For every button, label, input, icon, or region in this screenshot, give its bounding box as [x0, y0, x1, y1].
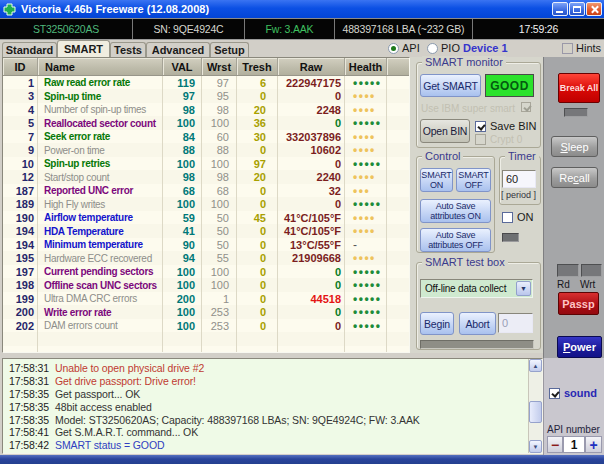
- header-val[interactable]: VAL: [163, 58, 202, 75]
- hints-checkbox[interactable]: [562, 43, 573, 54]
- api-radio[interactable]: [388, 43, 399, 54]
- log-message: Get S.M.A.R.T. command... OK: [47, 426, 198, 438]
- table-row[interactable]: 12 Start/stop count 98 98 20 2240 ••••: [3, 171, 409, 185]
- health-dots: ••••: [345, 89, 387, 103]
- crypt-checkbox[interactable]: [475, 134, 486, 145]
- title-bar: Victoria 4.46b Freeware (12.08.2008): [0, 0, 604, 18]
- header-wrst[interactable]: Wrst: [202, 58, 237, 75]
- sound-checkbox[interactable]: [549, 388, 560, 399]
- health-dots: ••••: [345, 130, 387, 144]
- table-row[interactable]: 10 Spin-up retries 100 100 97 0 •••••: [3, 157, 409, 171]
- scroll-up-icon[interactable]: ▲: [529, 359, 542, 372]
- timer-input[interactable]: 60: [502, 170, 536, 188]
- table-row[interactable]: 200 Write error rate 100 253 0 0 •••••: [3, 306, 409, 320]
- grid-line: [201, 76, 202, 352]
- ibm-smart-label: Use IBM super smart: [421, 103, 515, 114]
- table-row[interactable]: 7 Seek error rate 84 60 30 332037896 •••…: [3, 130, 409, 144]
- log-message: SMART status = GOOD: [47, 439, 164, 451]
- header-tresh[interactable]: Tresh: [237, 58, 278, 75]
- tab-setup[interactable]: Setup: [210, 42, 249, 57]
- table-row[interactable]: 194 HDA Temperature 41 50 0 41°C/105°F •…: [3, 225, 409, 239]
- minimize-icon: [556, 11, 563, 13]
- table-header: ID Name VAL Wrst Tresh Raw Health: [3, 58, 409, 76]
- health-dots: •••••: [345, 197, 387, 211]
- health-dots: ••••: [345, 170, 387, 184]
- table-row[interactable]: 187 Reported UNC error 68 68 0 32 •••: [3, 184, 409, 198]
- smart-off-button[interactable]: SMART OFF: [456, 168, 491, 192]
- log-line: 17:58:31 Unable to open physical drive #…: [3, 362, 542, 375]
- ibm-smart-checkbox[interactable]: [521, 102, 531, 112]
- begin-button[interactable]: Begin: [420, 312, 454, 335]
- test-counter-field[interactable]: 0: [498, 313, 533, 333]
- recall-button[interactable]: Recall: [551, 167, 598, 188]
- chevron-down-icon[interactable]: ▼: [516, 281, 531, 296]
- get-smart-button[interactable]: Get SMART: [420, 74, 481, 97]
- pio-radio[interactable]: [427, 43, 438, 54]
- save-bin-checkbox[interactable]: [475, 121, 486, 132]
- table-row[interactable]: 198 Offline scan UNC sectors 100 100 0 0…: [3, 279, 409, 293]
- timer-period-label: [ period ]: [501, 190, 536, 200]
- maximize-button[interactable]: [569, 2, 585, 16]
- tab-tests[interactable]: Tests: [110, 42, 146, 57]
- table-row[interactable]: 194 Minimum temperature 90 50 0 13°C/55°…: [3, 238, 409, 252]
- header-name[interactable]: Name: [38, 58, 163, 75]
- header-health[interactable]: Health: [345, 58, 387, 75]
- log-message: Get passport... OK: [47, 388, 140, 400]
- crypt-label: Crypt 0: [490, 134, 522, 145]
- timer-indicator: [502, 233, 519, 242]
- smart-on-button[interactable]: SMART ON: [420, 168, 453, 192]
- health-dots: •••••: [345, 319, 387, 333]
- sleep-button[interactable]: Sleep: [551, 136, 598, 157]
- grid-line: [37, 76, 38, 352]
- table-body: 1 Raw read error rate 119 97 6 222947175…: [3, 76, 409, 352]
- table-row[interactable]: 5 Reallocated sector count 100 100 36 0 …: [3, 117, 409, 131]
- grid-line: [162, 76, 163, 352]
- test-select-value: Off-line data collect: [421, 283, 516, 294]
- timer-on-checkbox[interactable]: [502, 212, 513, 223]
- health-dots: ••••: [345, 211, 387, 225]
- table-row[interactable]: 190 Airflow temperature 59 50 45 41°C/10…: [3, 211, 409, 225]
- auto-save-off-button[interactable]: Auto Save attributes OFF: [420, 228, 491, 252]
- log-scrollbar[interactable]: ▲ ▼: [528, 359, 542, 453]
- tab-bar: Standard SMART Tests Advanced Setup API …: [0, 40, 604, 57]
- table-row[interactable]: 199 Ultra DMA CRC errors 200 1 0 44518 •…: [3, 292, 409, 306]
- sound-checkbox-label: sound: [564, 387, 597, 399]
- write-indicator: [581, 264, 602, 277]
- bottom-right-panel: sound API number − 1 +: [543, 358, 604, 455]
- health-dots: •••••: [345, 278, 387, 292]
- health-dots: •••••: [345, 292, 387, 306]
- api-number-increment[interactable]: +: [585, 436, 602, 453]
- break-all-button[interactable]: Break All: [558, 73, 600, 103]
- tab-smart[interactable]: SMART: [57, 40, 110, 57]
- table-row[interactable]: 197 Current pending sectors 100 100 0 0 …: [3, 265, 409, 279]
- auto-save-on-button[interactable]: Auto Save attributes ON: [420, 199, 491, 223]
- tab-advanced[interactable]: Advanced: [146, 42, 210, 57]
- table-row[interactable]: 4 Number of spin-up times 98 98 20 2248 …: [3, 103, 409, 117]
- close-button[interactable]: [586, 2, 602, 16]
- passport-button[interactable]: Passp: [558, 292, 599, 315]
- tab-standard[interactable]: Standard: [2, 42, 57, 57]
- api-number-decrement[interactable]: −: [547, 436, 563, 453]
- abort-button[interactable]: Abort: [459, 312, 496, 335]
- right-rail: Break All Sleep Recall Rd Wrt Passp Powe…: [543, 57, 604, 358]
- table-row[interactable]: 195 Hardware ECC recovered 94 55 0 21909…: [3, 252, 409, 266]
- minimize-button[interactable]: [552, 2, 568, 16]
- log-timestamp: 17:58:35: [3, 388, 47, 400]
- table-row[interactable]: 202 DAM errors count 100 253 0 0 •••••: [3, 319, 409, 333]
- table-row[interactable]: 1 Raw read error rate 119 97 6 222947175…: [3, 76, 409, 90]
- table-row[interactable]: 189 High Fly writes 100 100 0 0 •••••: [3, 198, 409, 212]
- scroll-down-icon[interactable]: ▼: [529, 440, 542, 453]
- header-raw[interactable]: Raw: [278, 58, 345, 75]
- smart-attributes-table: ID Name VAL Wrst Tresh Raw Health 1 Raw …: [2, 57, 410, 353]
- header-id[interactable]: ID: [3, 58, 38, 75]
- scroll-thumb[interactable]: [529, 401, 542, 423]
- test-select[interactable]: Off-line data collect ▼: [420, 279, 533, 298]
- power-button[interactable]: Power: [557, 336, 602, 358]
- health-dots: ••••: [345, 143, 387, 157]
- health-dots: •••••: [345, 305, 387, 319]
- log-message: Model: ST3250620AS; Capacity: 488397168 …: [47, 414, 420, 426]
- open-bin-button[interactable]: Open BIN: [420, 119, 470, 143]
- table-row[interactable]: 3 Spin-up time 97 95 0 0 ••••: [3, 90, 409, 104]
- table-row[interactable]: 9 Power-on time 88 88 0 10602 ••••: [3, 144, 409, 158]
- device-label: Device 1: [463, 42, 508, 54]
